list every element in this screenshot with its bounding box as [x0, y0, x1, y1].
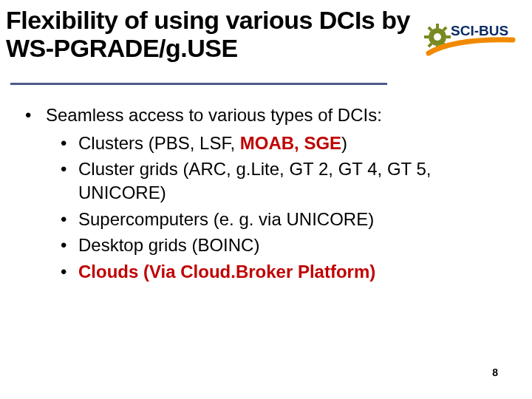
- bullet-mark-level2: •: [61, 208, 78, 231]
- bullet-level2: • Supercomputers (e. g. via UNICORE): [61, 208, 510, 231]
- slide: Flexibility of using various DCIs by WS-…: [0, 0, 532, 399]
- text-segment: Supercomputers (e. g. via UNICORE): [78, 209, 374, 229]
- content-area: • Seamless access to various types of DC…: [25, 103, 510, 287]
- bullet-level1: • Seamless access to various types of DC…: [25, 103, 510, 127]
- bullet-text-level2: Clouds (Via Cloud.Broker Platform): [78, 260, 510, 284]
- bullet-text-level2: Cluster grids (ARC, g.Lite, GT 2, GT 4, …: [78, 157, 510, 204]
- bullet-level2: • Clusters (PBS, LSF, MOAB, SGE): [61, 132, 510, 155]
- sci-bus-logo: SCI-BUS: [424, 16, 520, 62]
- bullet-text-level1: Seamless access to various types of DCIs…: [46, 103, 510, 127]
- text-segment: Desktop grids (BOINC): [78, 235, 259, 255]
- slide-title: Flexibility of using various DCIs by WS-…: [6, 6, 421, 62]
- highlight-text: Clouds (Via Cloud.Broker Platform): [78, 262, 375, 282]
- bullet-mark-level2: •: [61, 157, 78, 204]
- bullet-mark-level2: •: [61, 132, 78, 155]
- bullet-level2: • Clouds (Via Cloud.Broker Platform): [61, 260, 510, 284]
- bullet-level2: • Cluster grids (ARC, g.Lite, GT 2, GT 4…: [61, 157, 510, 204]
- page-number: 8: [492, 366, 498, 378]
- bullet-level2: • Desktop grids (BOINC): [61, 233, 510, 257]
- bullet-text-level2: Clusters (PBS, LSF, MOAB, SGE): [78, 132, 510, 155]
- title-underline: [10, 83, 387, 85]
- bullet-text-level2: Desktop grids (BOINC): [78, 233, 510, 257]
- bullet-text-level2: Supercomputers (e. g. via UNICORE): [78, 208, 510, 231]
- svg-rect-2: [436, 24, 439, 28]
- text-segment: Clusters (PBS, LSF,: [78, 133, 240, 153]
- svg-text:SCI-BUS: SCI-BUS: [451, 23, 508, 38]
- bullet-mark-level2: •: [61, 233, 78, 257]
- bullet-mark-level2: •: [61, 260, 78, 284]
- text-segment: ): [341, 133, 347, 153]
- svg-rect-4: [424, 35, 429, 38]
- bullet-mark-level1: •: [25, 103, 46, 127]
- highlight-text: MOAB, SGE: [240, 133, 341, 153]
- svg-point-1: [434, 33, 441, 41]
- text-segment: Cluster grids (ARC, g.Lite, GT 2, GT 4, …: [78, 159, 432, 202]
